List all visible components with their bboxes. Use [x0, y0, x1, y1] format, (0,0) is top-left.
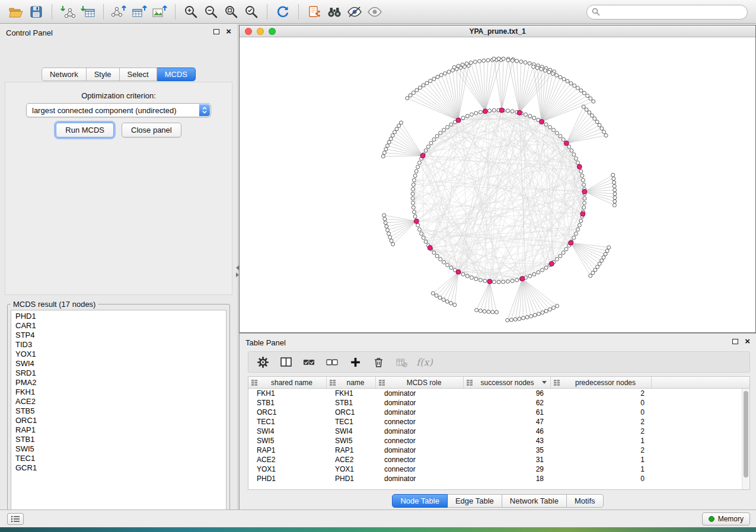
- table-row[interactable]: YOX1YOX1connector291: [248, 464, 749, 474]
- close-panel-button[interactable]: ×: [226, 28, 231, 34]
- show-columns-button[interactable]: [277, 354, 295, 370]
- show-graphics-details-button[interactable]: [365, 3, 385, 21]
- memory-button[interactable]: Memory: [702, 512, 750, 525]
- table-panel-tabs: Node TableEdge TableNetwork TableMotifs: [240, 494, 756, 508]
- export-table-button[interactable]: [129, 3, 149, 21]
- zoom-out-button[interactable]: [201, 3, 221, 21]
- table-row[interactable]: STB1STB1dominator620: [248, 398, 749, 408]
- mcds-result-item[interactable]: CAR1: [11, 321, 226, 331]
- mcds-result-item[interactable]: STP4: [11, 331, 226, 340]
- tab-mcds[interactable]: MCDS: [157, 68, 196, 81]
- columns-icon: [280, 357, 292, 367]
- mcds-result-item[interactable]: RAP1: [11, 425, 226, 435]
- mcds-result-item[interactable]: STB5: [11, 406, 226, 416]
- zoom-selected-button[interactable]: [241, 3, 261, 21]
- save-session-button[interactable]: [26, 3, 46, 21]
- column-header-predecessor-nodes[interactable]: predecessor nodes: [551, 377, 652, 388]
- mcds-result-item[interactable]: FKH1: [11, 387, 226, 397]
- table-scrollbar[interactable]: [742, 389, 749, 489]
- mcds-result-list[interactable]: PHD1CAR1STP4TID3YOX1SWI4SRD1PMA2FKH1ACE2…: [11, 310, 227, 514]
- sort-chevron-icon[interactable]: [542, 381, 547, 384]
- column-header-name[interactable]: name: [327, 377, 376, 388]
- table-cell: dominator: [376, 446, 464, 454]
- column-header-MCDS-role[interactable]: MCDS role: [376, 377, 464, 388]
- close-mcds-panel-button[interactable]: Close panel: [122, 123, 181, 137]
- table-row[interactable]: SWI4SWI4dominator462: [248, 427, 749, 436]
- tab-style[interactable]: Style: [87, 68, 120, 81]
- table-cell: dominator: [376, 427, 464, 435]
- mcds-result-group: MCDS result (17 nodes) PHD1CAR1STP4TID3Y…: [7, 300, 230, 520]
- node-table-body: FKH1FKH1dominator962STB1STB1dominator620…: [248, 389, 749, 483]
- close-window-icon[interactable]: [245, 28, 252, 35]
- table-settings-button[interactable]: [254, 354, 272, 370]
- table-row[interactable]: ORC1ORC1dominator610: [248, 408, 749, 417]
- network-canvas[interactable]: [240, 37, 755, 332]
- run-mcds-button[interactable]: Run MCDS: [56, 123, 114, 137]
- mcds-result-item[interactable]: ORC1: [11, 416, 226, 425]
- column-grid-icon: [251, 380, 257, 386]
- mcds-result-item[interactable]: SWI5: [11, 444, 226, 454]
- refresh-layout-button[interactable]: [273, 3, 293, 21]
- network-graph[interactable]: [240, 37, 755, 332]
- mcds-result-item[interactable]: TID3: [11, 340, 226, 350]
- tab-select[interactable]: Select: [120, 68, 157, 81]
- zoom-in-button[interactable]: [181, 3, 201, 21]
- table-cell: SWI4: [248, 427, 327, 435]
- table-row[interactable]: FKH1FKH1dominator962: [248, 389, 749, 398]
- table-tab-edge-table[interactable]: Edge Table: [448, 494, 502, 508]
- table-cell: ACE2: [327, 456, 376, 464]
- node-table-header: shared namenameMCDS rolesuccessor nodesp…: [248, 377, 749, 389]
- mcds-result-item[interactable]: SWI4: [11, 359, 226, 368]
- zoom-fit-button[interactable]: [221, 3, 241, 21]
- maximize-window-icon[interactable]: [269, 28, 276, 35]
- mcds-result-item[interactable]: SRD1: [11, 368, 226, 378]
- apply-style-button[interactable]: [344, 3, 365, 21]
- import-table-button[interactable]: [78, 3, 98, 21]
- table-row[interactable]: PHD1PHD1dominator180: [248, 474, 749, 483]
- deselect-all-columns-button[interactable]: [323, 354, 341, 370]
- save-icon: [30, 5, 43, 18]
- node-table: shared namenameMCDS rolesuccessor nodesp…: [248, 376, 750, 490]
- criterion-select[interactable]: largest connected component (undirected): [26, 103, 211, 117]
- mcds-result-item[interactable]: ACE2: [11, 397, 226, 406]
- clone-network-button[interactable]: [304, 3, 324, 21]
- table-row[interactable]: RAP1RAP1dominator352: [248, 446, 749, 455]
- table-row[interactable]: ACE2ACE2connector311: [248, 455, 749, 464]
- delete-column-button[interactable]: [369, 354, 387, 370]
- table-cell: PHD1: [248, 475, 327, 483]
- mcds-result-item[interactable]: PHD1: [11, 312, 226, 321]
- mcds-result-item[interactable]: GCR1: [11, 463, 226, 473]
- optimization-criterion-label: Optimization criterion:: [0, 91, 237, 100]
- table-row[interactable]: TEC1TEC1connector472: [248, 417, 749, 427]
- task-history-button[interactable]: [7, 513, 24, 525]
- export-image-button[interactable]: [149, 3, 170, 21]
- table-tab-motifs[interactable]: Motifs: [567, 494, 604, 508]
- select-all-columns-button[interactable]: [300, 354, 318, 370]
- create-column-button[interactable]: [346, 354, 364, 370]
- table-cell: RAP1: [327, 446, 376, 454]
- mcds-result-item[interactable]: STB1: [11, 435, 226, 444]
- mcds-result-item[interactable]: PMA2: [11, 378, 226, 387]
- search-input[interactable]: [586, 5, 748, 20]
- status-bar: Memory: [0, 509, 756, 527]
- close-table-panel-button[interactable]: ×: [745, 338, 750, 344]
- export-network-button[interactable]: [109, 3, 129, 21]
- network-window-titlebar[interactable]: YPA_prune.txt_1: [240, 25, 755, 37]
- import-network-button[interactable]: [58, 3, 78, 21]
- open-file-button[interactable]: [6, 3, 26, 21]
- mcds-result-item[interactable]: TEC1: [11, 454, 226, 463]
- scrollbar-thumb[interactable]: [744, 391, 748, 477]
- table-tab-node-table[interactable]: Node Table: [392, 494, 448, 508]
- table-cell: YOX1: [327, 465, 376, 473]
- float-panel-button[interactable]: [213, 29, 219, 34]
- minimize-window-icon[interactable]: [257, 28, 264, 35]
- tab-network[interactable]: Network: [42, 68, 87, 81]
- table-tab-network-table[interactable]: Network Table: [502, 494, 567, 508]
- mcds-result-item[interactable]: YOX1: [11, 350, 226, 359]
- float-table-panel-button[interactable]: [732, 339, 738, 344]
- table-row[interactable]: SWI5SWI5connector431: [248, 436, 749, 446]
- column-header-shared-name[interactable]: shared name: [248, 377, 327, 388]
- column-header-successor-nodes[interactable]: successor nodes: [464, 377, 551, 388]
- find-button[interactable]: [324, 3, 344, 21]
- column-grid-icon: [467, 380, 473, 386]
